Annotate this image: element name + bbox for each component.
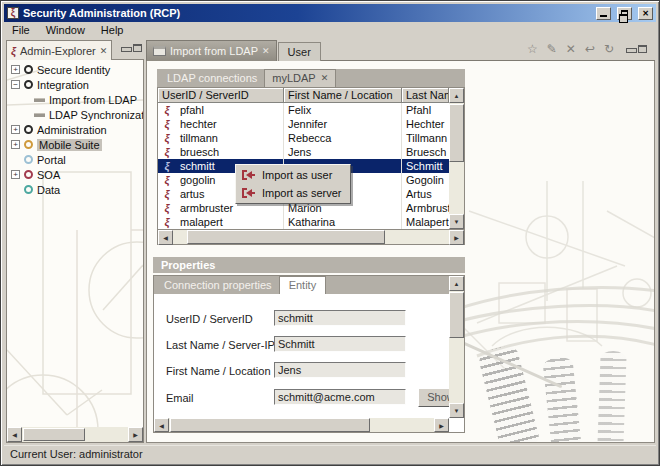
admin-explorer-view: ξ Admin-Explorer ✕	[6, 40, 144, 443]
tab-connection-properties[interactable]: Connection properties	[157, 277, 279, 294]
admin-explorer-tree: + Secure Identity − Integration Import f…	[7, 62, 143, 197]
module-icon	[24, 155, 33, 164]
tab-myldap[interactable]: myLDAP ✕	[264, 69, 336, 87]
menu-import-as-user[interactable]: Import as user	[237, 166, 349, 184]
properties-section: Properties Connection properties Entity …	[153, 257, 465, 433]
properties-tabs: Connection properties Entity	[154, 276, 464, 294]
pin-icon[interactable]: ✎	[547, 42, 557, 56]
minimize-window-icon[interactable]	[596, 7, 611, 20]
tree-item-integration[interactable]: − Integration	[7, 77, 143, 92]
user-icon: ξ	[165, 188, 170, 200]
import-icon[interactable]: ↩	[585, 42, 595, 56]
maximize-editor-icon[interactable]	[638, 45, 647, 53]
tab-import-from-ldap[interactable]: Import from LDAP ✕	[146, 40, 277, 61]
userid-field[interactable]	[274, 310, 406, 326]
tree-item-soa[interactable]: + SOA	[7, 167, 143, 182]
action-icon	[34, 113, 45, 117]
tree-item-portal[interactable]: Portal	[7, 152, 143, 167]
scroll-left-icon[interactable]: ◀	[7, 427, 22, 442]
tab-entity[interactable]: Entity	[279, 276, 327, 294]
user-icon: ξ	[165, 104, 170, 116]
tab-user[interactable]: User	[278, 42, 321, 61]
scroll-right-icon[interactable]: ▶	[434, 418, 449, 432]
collapse-icon[interactable]: −	[11, 80, 20, 89]
scroll-up-icon[interactable]: ▲	[449, 276, 464, 291]
table-header: UserID / ServerID First Name / Location …	[158, 88, 449, 103]
editor-tab-row: Import from LDAP ✕ User ☆ ✎ ✕ ↩ ↻	[146, 40, 655, 61]
scroll-down-icon[interactable]: ▼	[449, 214, 464, 229]
expand-icon[interactable]: +	[11, 170, 20, 179]
user-icon: ξ	[165, 160, 170, 172]
editor-icon	[153, 46, 166, 56]
column-firstname[interactable]: First Name / Location	[284, 88, 402, 103]
scroll-up-icon[interactable]: ▲	[449, 88, 464, 103]
tree-item-ldap-synchronization[interactable]: LDAP Synchronization	[7, 107, 143, 122]
explorer-horizontal-scrollbar[interactable]: ◀ ▶	[7, 427, 143, 442]
refresh-icon[interactable]: ↻	[604, 42, 614, 56]
menu-window[interactable]: Window	[38, 23, 93, 38]
table-horizontal-scrollbar[interactable]: ◀ ▶	[157, 230, 465, 245]
scroll-left-icon[interactable]: ◀	[158, 230, 173, 245]
action-icon	[34, 98, 45, 102]
firstname-label: First Name / Location	[166, 365, 271, 377]
table-vertical-scrollbar[interactable]: ▲ ▼	[449, 88, 464, 229]
lastname-field[interactable]	[274, 336, 406, 352]
context-menu: Import as user Import as server	[235, 164, 351, 204]
minimize-view-icon[interactable]	[121, 44, 130, 52]
scroll-right-icon[interactable]: ▶	[128, 427, 143, 442]
admin-explorer-icon: ξ	[11, 46, 16, 56]
user-icon: ξ	[165, 174, 170, 186]
minimize-editor-icon[interactable]	[626, 45, 635, 53]
table-row[interactable]: ξ pfahl Felix Pfahl	[158, 103, 449, 117]
table-row[interactable]: ξ bruesch Jens Bruesch	[158, 145, 449, 159]
column-lastname[interactable]: Last Name	[402, 88, 449, 103]
menu-import-as-server[interactable]: Import as server	[237, 184, 349, 202]
ldap-connections-group: LDAP connections myLDAP ✕ UserID / Serve…	[157, 69, 465, 245]
ldap-user-table: UserID / ServerID First Name / Location …	[157, 87, 465, 230]
restore-window-icon[interactable]	[617, 7, 632, 20]
expand-icon[interactable]: +	[11, 65, 20, 74]
properties-horizontal-scrollbar[interactable]: ◀ ▶	[154, 418, 449, 432]
app-window: ξ Security Administration (RCP) ✕ File W…	[0, 0, 660, 466]
table-row[interactable]: ξ malapert Katharina Malapert	[158, 215, 449, 229]
tree-item-secure-identity[interactable]: + Secure Identity	[7, 62, 143, 77]
table-row[interactable]: ξ tillmann Rebecca Tillmann	[158, 131, 449, 145]
menu-bar: File Window Help	[4, 22, 656, 38]
current-user-status: Current User: administrator	[10, 448, 143, 460]
menu-file[interactable]: File	[4, 23, 38, 38]
close-myldap-icon[interactable]: ✕	[321, 73, 329, 83]
scroll-left-icon[interactable]: ◀	[154, 418, 169, 432]
firstname-field[interactable]	[274, 362, 406, 378]
status-bar: Current User: administrator	[4, 445, 656, 462]
tree-item-administration[interactable]: + Administration	[7, 122, 143, 137]
column-userid[interactable]: UserID / ServerID	[158, 88, 284, 103]
workspace: ξ Admin-Explorer ✕	[4, 39, 656, 445]
maximize-view-icon[interactable]	[133, 44, 142, 52]
scroll-right-icon[interactable]: ▶	[449, 230, 464, 245]
editor-toolbar: ☆ ✎ ✕ ↩ ↻	[521, 40, 655, 61]
app-icon: ξ	[7, 7, 19, 19]
menu-help[interactable]: Help	[93, 23, 132, 38]
editor-body: LDAP connections myLDAP ✕ UserID / Serve…	[146, 61, 655, 443]
module-icon	[24, 185, 33, 194]
module-icon	[24, 80, 33, 89]
title-bar: ξ Security Administration (RCP) ✕	[4, 4, 656, 22]
scroll-down-icon[interactable]: ▼	[449, 403, 464, 418]
close-editor-icon[interactable]: ✕	[262, 46, 270, 56]
close-view-icon[interactable]: ✕	[100, 46, 108, 56]
tab-admin-explorer[interactable]: ξ Admin-Explorer ✕	[6, 40, 112, 60]
tree-item-import-from-ldap[interactable]: Import from LDAP	[7, 92, 143, 107]
close-window-icon[interactable]: ✕	[638, 7, 653, 20]
delete-icon[interactable]: ✕	[566, 42, 576, 56]
expand-icon[interactable]: +	[11, 140, 20, 149]
tab-ldap-connections[interactable]: LDAP connections	[160, 70, 264, 87]
table-row[interactable]: ξ hechter Jennifer Hechter	[158, 117, 449, 131]
editor-area: Import from LDAP ✕ User ☆ ✎ ✕ ↩ ↻	[146, 40, 655, 443]
properties-vertical-scrollbar[interactable]: ▲ ▼	[449, 276, 464, 418]
favorites-icon[interactable]: ☆	[527, 42, 538, 56]
email-field[interactable]	[274, 389, 406, 405]
module-icon	[24, 125, 33, 134]
tree-item-mobile-suite[interactable]: + Mobile Suite	[7, 137, 143, 152]
expand-icon[interactable]: +	[11, 125, 20, 134]
tree-item-data[interactable]: Data	[7, 182, 143, 197]
